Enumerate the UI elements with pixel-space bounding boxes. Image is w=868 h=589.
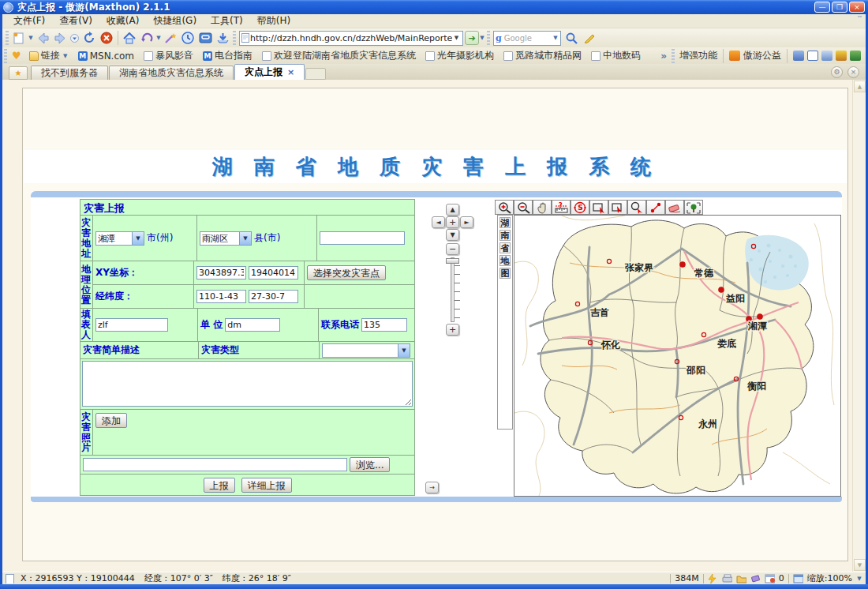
- history-button[interactable]: [180, 30, 196, 46]
- charity-link[interactable]: 傲游公益: [743, 49, 781, 62]
- browse-button[interactable]: 浏览...: [350, 457, 390, 472]
- v-service-icon[interactable]: [836, 51, 847, 61]
- new-tab-plus-button[interactable]: [305, 68, 326, 80]
- window-panel-icon[interactable]: [807, 51, 818, 61]
- submit-button[interactable]: 上报: [204, 478, 235, 493]
- address-detail-input[interactable]: [320, 231, 405, 245]
- disaster-type-select[interactable]: ▼: [322, 343, 410, 358]
- go-button[interactable]: ➔: [465, 31, 479, 45]
- status-zoom-label[interactable]: 缩放:100%: [807, 572, 852, 584]
- zoom-in-tool-button[interactable]: [495, 200, 514, 215]
- zoom-slider-handle[interactable]: [446, 258, 459, 264]
- county-select-arrow-icon[interactable]: ▼: [239, 232, 251, 245]
- undo-dropdown-icon[interactable]: ▼: [155, 35, 162, 41]
- zoom-out-tool-button[interactable]: [514, 200, 533, 215]
- identify-tool-button[interactable]: [627, 200, 646, 215]
- reporter-name-input[interactable]: [95, 318, 168, 332]
- city-select-arrow-icon[interactable]: ▼: [132, 232, 144, 245]
- menu-item[interactable]: 工具(T): [204, 13, 249, 28]
- photo-file-input[interactable]: [83, 458, 347, 471]
- forward-button[interactable]: [52, 30, 68, 46]
- folder-status-icon[interactable]: [736, 574, 746, 583]
- full-extent-tool-button[interactable]: [684, 200, 703, 215]
- description-textarea[interactable]: [82, 361, 413, 407]
- scroll-up-icon[interactable]: ▲: [854, 81, 866, 92]
- bookmark-item[interactable]: 欢迎登陆湖南省地质灾害信息系统: [257, 49, 421, 62]
- tab-close-icon[interactable]: ×: [287, 67, 294, 77]
- boost-lightning-icon[interactable]: [708, 574, 718, 583]
- bookmarks-overflow-icon[interactable]: »: [660, 51, 667, 62]
- vertical-scrollbar[interactable]: ▲ ▼: [852, 80, 866, 572]
- favorites-heart-icon[interactable]: ♥: [9, 50, 24, 62]
- undo-button[interactable]: [139, 30, 155, 46]
- search-placeholder[interactable]: Google: [502, 34, 552, 43]
- new-tab-dropdown-icon[interactable]: ▼: [28, 35, 34, 41]
- y-coordinate-input[interactable]: [249, 266, 298, 279]
- search-engine-dropdown-icon[interactable]: ▼: [552, 35, 559, 41]
- scroll-down-icon[interactable]: ▼: [854, 559, 866, 571]
- bookmark-folder-links[interactable]: 链接 ▼: [24, 49, 73, 62]
- latitude-input[interactable]: [249, 290, 298, 303]
- menu-item[interactable]: 查看(V): [53, 13, 99, 28]
- download-button[interactable]: [215, 30, 230, 46]
- pan-center-button[interactable]: +: [446, 216, 459, 228]
- type-select-arrow-icon[interactable]: ▼: [398, 344, 410, 357]
- address-dropdown-icon[interactable]: ▼: [452, 35, 461, 41]
- refresh-button[interactable]: [81, 30, 97, 46]
- documents-icon[interactable]: [821, 51, 832, 61]
- tab-settings-wrench-button[interactable]: ⚙: [831, 66, 843, 78]
- zoom-in-step-button[interactable]: +: [446, 324, 459, 336]
- printer-icon[interactable]: [722, 574, 732, 583]
- tab[interactable]: 湖南省地质灾害信息系统: [109, 66, 234, 80]
- phone-input[interactable]: [361, 318, 407, 332]
- history-dropdown-button[interactable]: [69, 30, 80, 46]
- unit-input[interactable]: [225, 318, 280, 332]
- tab[interactable]: 找不到服务器: [31, 66, 108, 80]
- bookmark-item[interactable]: 觅路城市精品网: [499, 49, 586, 62]
- highlight-button[interactable]: [581, 30, 597, 46]
- menu-item[interactable]: 文件(F): [7, 13, 51, 28]
- map-viewport[interactable]: 张家界常德益阳吉首怀化娄底湘潭邵阳衡阳永州: [514, 215, 841, 497]
- pan-down-button[interactable]: ▼: [446, 229, 459, 241]
- add-photo-button[interactable]: 添加: [95, 413, 127, 428]
- bookmark-item[interactable]: M电台指南: [198, 49, 257, 62]
- minimize-button[interactable]: —: [814, 2, 830, 13]
- new-tab-button[interactable]: [11, 30, 27, 46]
- county-select[interactable]: 雨湖区 ▼: [200, 231, 252, 246]
- pan-up-button[interactable]: ▲: [446, 204, 459, 216]
- messenger-icon[interactable]: [793, 51, 804, 61]
- popup-blocker-icon[interactable]: [765, 574, 775, 583]
- enhance-features-link[interactable]: 增强功能: [679, 49, 717, 62]
- city-select[interactable]: 湘潭 ▼: [95, 231, 144, 246]
- close-button[interactable]: ×: [849, 2, 865, 13]
- map-layer-strip[interactable]: 湖南省地图: [497, 215, 513, 430]
- tab-close-button[interactable]: ×: [847, 66, 859, 78]
- tab-list-star-button[interactable]: ★: [9, 66, 28, 80]
- zoom-out-step-button[interactable]: −: [446, 243, 459, 255]
- address-url[interactable]: http://dzzh.hndh.gov.cn/dzzhWeb/MainRepo…: [250, 33, 452, 43]
- search-box[interactable]: g Google ▼: [493, 31, 561, 46]
- menu-item[interactable]: 快捷组(G): [147, 13, 203, 28]
- x-coordinate-input[interactable]: [196, 266, 246, 279]
- restore-button[interactable]: ❐: [832, 2, 847, 13]
- zoom-window-icon[interactable]: [793, 574, 803, 583]
- stop-button[interactable]: [99, 30, 114, 46]
- detail-submit-button[interactable]: 详细上报: [241, 478, 292, 493]
- pan-tool-button[interactable]: [533, 200, 552, 215]
- zoom-slider-track[interactable]: [451, 257, 455, 322]
- eraser-status-icon[interactable]: [750, 574, 761, 583]
- menu-item[interactable]: 收藏(A): [100, 13, 146, 28]
- bookmark-item[interactable]: 中地数码: [586, 49, 645, 62]
- clear-tool-button[interactable]: [665, 200, 684, 215]
- select-rect-tool-button[interactable]: [589, 200, 608, 215]
- draw-point-tool-button[interactable]: [646, 200, 665, 215]
- pan-right-button[interactable]: ►: [460, 216, 473, 228]
- collapse-panel-button[interactable]: →: [425, 482, 439, 493]
- home-button[interactable]: [122, 30, 137, 46]
- bookmark-item[interactable]: MMSN.com: [73, 51, 139, 62]
- bookmark-item[interactable]: 暴风影音: [139, 49, 198, 62]
- scale-tool-button[interactable]: S: [571, 200, 589, 215]
- magic-fill-button[interactable]: [163, 30, 178, 46]
- go-dropdown-icon[interactable]: ▼: [479, 35, 485, 41]
- menu-chevron-icon[interactable]: ˅˅: [857, 15, 861, 23]
